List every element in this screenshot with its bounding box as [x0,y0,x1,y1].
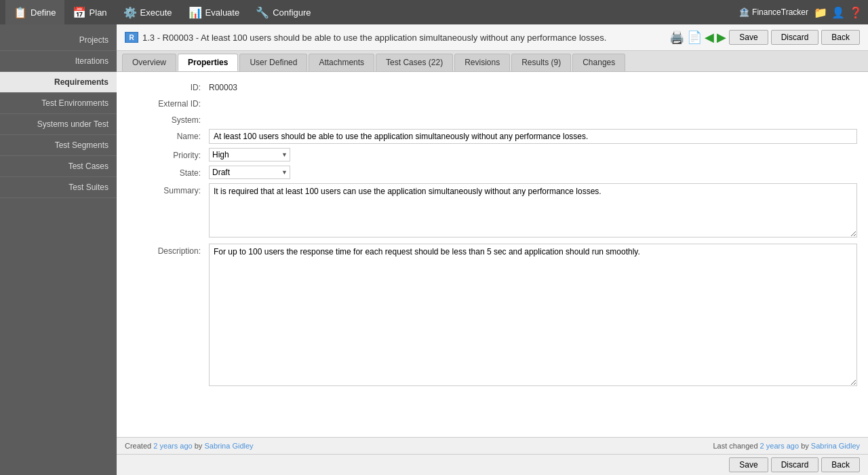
tab-user-defined[interactable]: User Defined [239,54,307,71]
sidebar-item-test-suites[interactable]: Test Suites [0,177,117,198]
user-icon[interactable]: 👤 [831,6,845,19]
nav-configure[interactable]: 🔧 Configure [248,0,319,24]
header-actions: 🖨️ 📄 ◀ ▶ Save Discard Back [669,30,860,45]
sidebar-item-test-environments[interactable]: Test Environments [0,93,117,114]
name-field-container [209,129,857,144]
created-user-link[interactable]: Sabrina Gidley [204,442,253,450]
plan-icon: 📅 [73,6,86,19]
form-row-external-id: External ID: [127,96,857,109]
system-value [209,113,857,115]
summary-label: Summary: [127,183,209,195]
tab-properties[interactable]: Properties [178,54,238,71]
footer-actions: Save Discard Back [117,454,868,475]
export-icon[interactable]: 📄 [687,30,702,45]
nav-configure-label: Configure [273,7,311,18]
description-field-container: For up to 100 users the response time fo… [209,244,857,388]
nav-execute-label: Execute [140,7,172,18]
created-by-text: by [195,442,203,450]
nav-plan-label: Plan [90,7,107,18]
form-row-system: System: [127,113,857,125]
id-value: R00003 [209,80,857,92]
priority-select[interactable]: High Medium Low Critical [209,148,290,162]
nav-evaluate-label: Evaluate [205,7,240,18]
tab-overview[interactable]: Overview [122,54,176,71]
summary-textarea[interactable]: It is required that at least 100 users c… [209,183,857,238]
app-name-area: 🏦 FinanceTracker [739,7,808,17]
tab-test-cases[interactable]: Test Cases (22) [376,54,453,71]
state-select[interactable]: Draft Active Inactive Approved [209,166,290,179]
navbar: 📋 Define 📅 Plan ⚙️ Execute 📊 Evaluate 🔧 … [0,0,868,24]
summary-field-container: It is required that at least 100 users c… [209,183,857,240]
last-changed-by-text: by [801,442,809,450]
form-row-name: Name: [127,129,857,144]
properties-form: ID: R00003 External ID: System: Name: [117,72,868,437]
next-icon[interactable]: ▶ [717,30,726,45]
print-icon[interactable]: 🖨️ [669,30,684,45]
footer-changed: Last changed 2 years ago by Sabrina Gidl… [713,442,860,450]
description-label: Description: [127,244,209,256]
main-content: R 1.3 - R00003 - At least 100 users shou… [117,24,868,475]
app-name: FinanceTracker [752,7,808,17]
form-row-state: State: Draft Active Inactive Approved [127,166,857,179]
define-icon: 📋 [14,6,27,19]
form-row-id: ID: R00003 [127,80,857,92]
id-label: ID: [127,80,209,92]
save-button[interactable]: Save [729,30,768,45]
nav-plan[interactable]: 📅 Plan [64,0,115,24]
sidebar-item-systems-under-test[interactable]: Systems under Test [0,114,117,135]
form-row-summary: Summary: It is required that at least 10… [127,183,857,240]
configure-icon: 🔧 [256,6,269,19]
external-id-value [209,96,857,99]
state-select-wrapper: Draft Active Inactive Approved [209,166,290,179]
created-age-link[interactable]: 2 years ago [153,442,192,450]
nav-evaluate[interactable]: 📊 Evaluate [180,0,248,24]
execute-icon: ⚙️ [123,6,137,19]
last-changed-age-link[interactable]: 2 years ago [760,442,799,450]
sidebar-item-test-cases[interactable]: Test Cases [0,156,117,177]
nav-execute[interactable]: ⚙️ Execute [115,0,180,24]
footer-created: Created 2 years ago by Sabrina Gidley [125,442,254,450]
help-icon[interactable]: ❓ [849,6,863,19]
created-text: Created [125,442,151,450]
back-button[interactable]: Back [821,30,860,45]
tab-changes[interactable]: Changes [572,54,625,71]
nav-define[interactable]: 📋 Define [5,0,64,24]
priority-select-wrapper: High Medium Low Critical [209,148,290,162]
name-label: Name: [127,129,209,141]
sidebar-item-iterations[interactable]: Iterations [0,51,117,72]
sidebar: Projects Iterations Requirements Test En… [0,24,117,475]
app-icon: 🏦 [739,7,749,17]
priority-label: Priority: [127,148,209,160]
footer-info: Created 2 years ago by Sabrina Gidley La… [117,437,868,454]
tab-revisions[interactable]: Revisions [454,54,510,71]
tab-results[interactable]: Results (9) [511,54,571,71]
form-row-priority: Priority: High Medium Low Critical [127,148,857,162]
evaluate-icon: 📊 [189,6,202,19]
name-input[interactable] [209,129,857,144]
tab-attachments[interactable]: Attachments [309,54,374,71]
system-label: System: [127,113,209,125]
external-id-label: External ID: [127,96,209,109]
sidebar-item-projects[interactable]: Projects [0,30,117,51]
discard-button[interactable]: Discard [771,30,819,45]
page-title: 1.3 - R00003 - At least 100 users should… [142,33,606,43]
print-icon[interactable]: 📁 [814,6,827,19]
state-label: State: [127,166,209,178]
last-changed-text: Last changed [713,442,757,450]
nav-utility-icons: 📁 👤 ❓ [814,6,863,19]
layout: Projects Iterations Requirements Test En… [0,24,868,475]
footer-back-button[interactable]: Back [821,457,860,472]
description-textarea[interactable]: For up to 100 users the response time fo… [209,244,857,386]
form-row-description: Description: For up to 100 users the res… [127,244,857,388]
requirement-icon: R [125,32,138,43]
last-changed-user-link[interactable]: Sabrina Gidley [811,442,860,450]
footer-save-button[interactable]: Save [729,457,768,472]
footer-discard-button[interactable]: Discard [771,457,819,472]
sidebar-item-test-segments[interactable]: Test Segments [0,135,117,156]
tab-bar: Overview Properties User Defined Attachm… [117,51,868,72]
prev-icon[interactable]: ◀ [705,30,714,45]
sidebar-item-requirements[interactable]: Requirements [0,72,117,93]
content-header: R 1.3 - R00003 - At least 100 users shou… [117,24,868,51]
content-title-area: R 1.3 - R00003 - At least 100 users shou… [125,32,664,43]
nav-define-label: Define [31,7,56,18]
